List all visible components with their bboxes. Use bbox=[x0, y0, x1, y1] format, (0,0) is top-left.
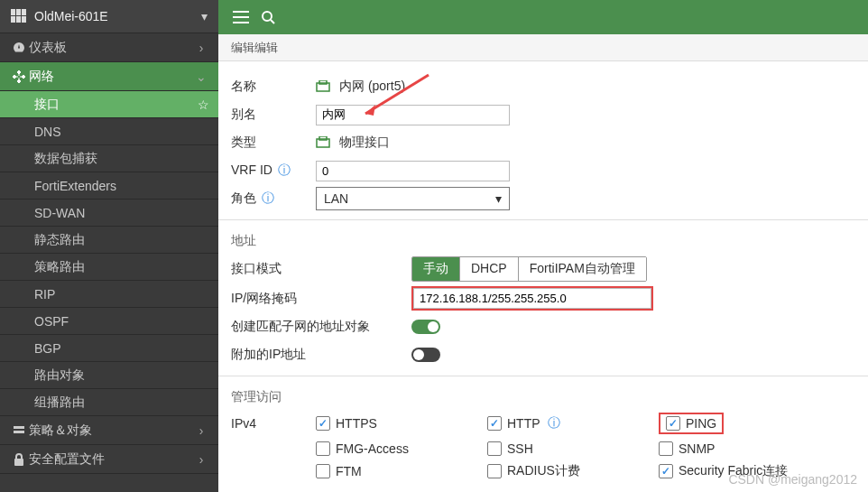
svg-rect-17 bbox=[319, 136, 327, 140]
svg-rect-4 bbox=[16, 16, 21, 23]
topbar bbox=[218, 0, 868, 34]
menu-toggle-button[interactable] bbox=[227, 11, 254, 23]
chk-http[interactable]: HTTPⓘ bbox=[487, 415, 659, 432]
chevron-right-icon: › bbox=[193, 423, 209, 438]
chk-ftm[interactable]: FTM bbox=[316, 464, 487, 478]
chk-ssh[interactable]: SSH bbox=[487, 441, 659, 456]
search-button[interactable] bbox=[254, 10, 282, 24]
dashboard-icon bbox=[9, 41, 29, 55]
info-icon[interactable]: ⓘ bbox=[262, 190, 274, 205]
sidebar-item-label: 网络 bbox=[29, 69, 193, 85]
star-icon[interactable]: ☆ bbox=[198, 97, 209, 112]
chevron-right-icon: › bbox=[193, 452, 209, 467]
sidebar-sub-dns[interactable]: DNS bbox=[0, 118, 218, 145]
mode-fortiipam-button[interactable]: FortiIPAM自动管理 bbox=[519, 257, 646, 281]
device-logo-icon bbox=[11, 9, 27, 23]
sidebar-sub-bgp[interactable]: BGP bbox=[0, 335, 218, 362]
sidebar-sub-static-route[interactable]: 静态路由 bbox=[0, 227, 218, 254]
mode-dhcp-button[interactable]: DHCP bbox=[460, 257, 519, 281]
sidebar-sub-sdwan[interactable]: SD-WAN bbox=[0, 200, 218, 227]
type-label: 类型 bbox=[231, 135, 316, 151]
extra-ip-toggle[interactable] bbox=[411, 348, 440, 362]
chevron-down-icon: ⌄ bbox=[193, 70, 209, 84]
vrf-label: VRF ID ⓘ bbox=[231, 162, 316, 179]
subnet-obj-label: 创建匹配子网的地址对象 bbox=[231, 319, 411, 335]
sidebar-sub-ospf[interactable]: OSPF bbox=[0, 308, 218, 335]
role-select[interactable]: LAN ▾ bbox=[316, 187, 510, 210]
svg-point-12 bbox=[263, 12, 272, 21]
sidebar-item-dashboard[interactable]: 仪表板 › bbox=[0, 33, 218, 62]
sidebar-sub-route-obj[interactable]: 路由对象 bbox=[0, 362, 218, 389]
svg-rect-6 bbox=[14, 426, 24, 429]
svg-line-13 bbox=[271, 20, 274, 23]
ipmask-input[interactable] bbox=[413, 288, 651, 309]
ipmask-label: IP/网络掩码 bbox=[231, 291, 411, 307]
info-icon[interactable]: ⓘ bbox=[278, 162, 291, 177]
role-label: 角色 ⓘ bbox=[231, 190, 316, 207]
sidebar-item-network[interactable]: 网络 ⌄ bbox=[0, 62, 218, 91]
sidebar-item-security[interactable]: 安全配置文件 › bbox=[0, 445, 218, 474]
sidebar-sub-pcap[interactable]: 数据包捕获 bbox=[0, 145, 218, 172]
sidebar-item-policy[interactable]: 策略＆对象 › bbox=[0, 416, 218, 445]
chk-https[interactable]: HTTPS bbox=[316, 416, 487, 431]
svg-rect-15 bbox=[319, 80, 327, 84]
chk-radius[interactable]: RADIUS计费 bbox=[487, 463, 659, 479]
mode-button-group: 手动 DHCP FortiIPAM自动管理 bbox=[411, 256, 647, 282]
type-value: 物理接口 bbox=[339, 135, 390, 151]
svg-rect-3 bbox=[11, 16, 15, 23]
chevron-down-icon[interactable]: ▾ bbox=[201, 9, 208, 23]
sidebar-sub-interface[interactable]: 接口 ☆ bbox=[0, 91, 218, 118]
section-address: 地址 bbox=[231, 233, 855, 249]
svg-rect-7 bbox=[14, 431, 24, 433]
svg-rect-1 bbox=[16, 9, 21, 15]
sidebar-sub-policy-route[interactable]: 策略路由 bbox=[0, 254, 218, 281]
sidebar-sub-rip[interactable]: RIP bbox=[0, 281, 218, 308]
chk-ping[interactable]: PING bbox=[666, 416, 716, 431]
sidebar-item-label: 策略＆对象 bbox=[29, 422, 193, 439]
svg-rect-0 bbox=[11, 9, 15, 15]
chk-secfab[interactable]: Security Fabric连接 bbox=[659, 463, 839, 479]
device-header[interactable]: OldMei-601E ▾ bbox=[0, 0, 218, 33]
subnet-obj-toggle[interactable] bbox=[411, 320, 440, 334]
highlight-ipmask bbox=[411, 286, 653, 311]
alias-input[interactable] bbox=[316, 105, 510, 125]
policy-icon bbox=[9, 423, 29, 438]
chk-fmg[interactable]: FMG-Access bbox=[316, 441, 487, 456]
section-access: 管理访问 bbox=[231, 389, 855, 405]
svg-rect-2 bbox=[22, 9, 26, 15]
alias-label: 别名 bbox=[231, 107, 316, 123]
mode-label: 接口模式 bbox=[231, 261, 411, 277]
breadcrumb: 编辑编辑 bbox=[218, 34, 868, 61]
svg-rect-5 bbox=[22, 16, 26, 23]
svg-rect-8 bbox=[14, 459, 23, 466]
sidebar-sub-fortiextenders[interactable]: FortiExtenders bbox=[0, 172, 218, 200]
port-icon bbox=[316, 80, 330, 93]
port-icon bbox=[316, 136, 330, 149]
ipv4-label: IPv4 bbox=[231, 416, 316, 431]
mode-manual-button[interactable]: 手动 bbox=[412, 257, 460, 281]
chk-snmp[interactable]: SNMP bbox=[659, 441, 839, 456]
sidebar-item-label: 仪表板 bbox=[29, 40, 193, 56]
name-value: 内网 (port5) bbox=[339, 79, 405, 95]
network-icon bbox=[9, 70, 29, 84]
lock-icon bbox=[9, 452, 29, 467]
info-icon[interactable]: ⓘ bbox=[548, 415, 560, 432]
chevron-down-icon: ▾ bbox=[495, 191, 502, 206]
highlight-ping: PING bbox=[659, 413, 724, 434]
vrf-input[interactable] bbox=[316, 161, 510, 181]
extra-ip-label: 附加的IP地址 bbox=[231, 347, 411, 363]
chevron-right-icon: › bbox=[193, 41, 209, 55]
device-name: OldMei-601E bbox=[34, 9, 201, 23]
sidebar-sub-multicast[interactable]: 组播路由 bbox=[0, 389, 218, 416]
name-label: 名称 bbox=[231, 79, 316, 95]
sidebar-item-label: 安全配置文件 bbox=[29, 451, 193, 468]
